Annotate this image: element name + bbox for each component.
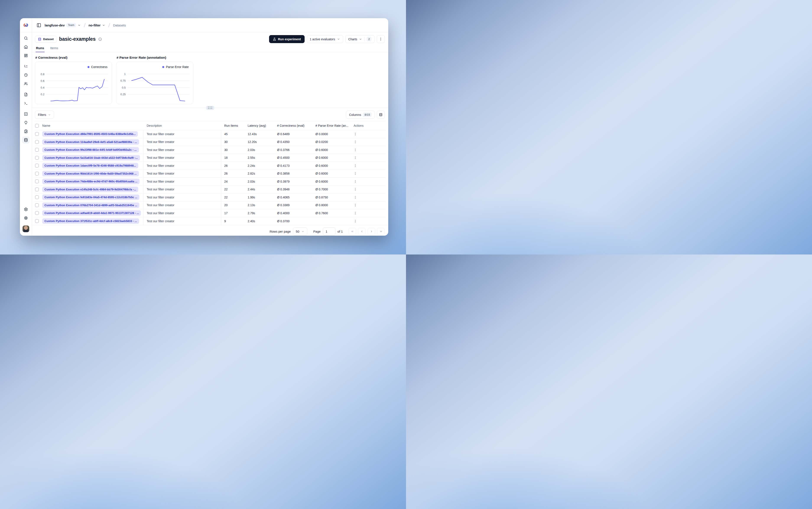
sidebar-item-playground[interactable] — [22, 100, 30, 107]
page-menu-button[interactable] — [377, 35, 385, 43]
user-avatar[interactable] — [23, 226, 29, 232]
row-checkbox[interactable] — [35, 188, 39, 191]
parse-error-line-chart: 0.250.50.751 — [119, 70, 191, 103]
sidebar-item-sessions[interactable] — [22, 71, 30, 79]
run-name-link[interactable]: Custom Python Execution 1daec0f9-5e78-43… — [42, 163, 138, 168]
run-name-link[interactable]: Custom Python Execution adfae619-abb0-4d… — [42, 210, 141, 216]
run-items-value: 24 — [221, 178, 245, 185]
column-header-run-items[interactable]: Run Items — [221, 121, 245, 130]
previous-page-button[interactable] — [358, 228, 366, 235]
row-actions-menu-button[interactable] — [353, 148, 357, 151]
project-switcher-button[interactable] — [102, 24, 105, 27]
resize-drag-handle[interactable] — [206, 106, 214, 110]
row-actions-menu-button[interactable] — [353, 211, 357, 215]
correctness-value: Ø 0.3979 — [274, 178, 312, 185]
tab-runs[interactable]: Runs — [36, 45, 45, 52]
latency-value: 1.99s — [245, 194, 274, 201]
parse-error-rate-value: Ø 0.6000 — [312, 146, 350, 154]
run-name-link[interactable]: Custom Python Execution 114aa9ef-29e6-4e… — [42, 139, 139, 145]
sidebar-item-settings[interactable] — [22, 206, 30, 213]
row-actions-menu-button[interactable] — [353, 164, 357, 167]
svg-text:1: 1 — [124, 73, 126, 76]
sidebar-item-search[interactable] — [22, 35, 30, 42]
row-checkbox[interactable] — [35, 195, 39, 199]
sidebar-toggle-button[interactable] — [35, 22, 42, 29]
row-checkbox[interactable] — [35, 203, 39, 207]
run-name-link[interactable]: Custom Python Execution 74de488e-ec9d-47… — [42, 179, 139, 184]
columns-button[interactable]: Columns 8/15 — [346, 111, 375, 119]
select-all-checkbox[interactable] — [35, 124, 39, 128]
breadcrumb-section[interactable]: Datasets — [113, 23, 126, 27]
row-actions-menu-button[interactable] — [353, 219, 357, 223]
run-name-link[interactable]: Custom Python Execution d66e7991-8595-45… — [42, 131, 138, 137]
langfuse-logo-icon[interactable] — [23, 22, 29, 28]
row-checkbox[interactable] — [35, 132, 39, 136]
run-experiment-label: Run experiment — [278, 37, 301, 41]
sidebar-item-annotation[interactable] — [22, 128, 30, 135]
column-header-description[interactable]: Description — [144, 121, 221, 130]
row-actions-menu-button[interactable] — [353, 180, 357, 183]
sidebar-item-users[interactable] — [22, 80, 30, 87]
gear-icon — [24, 207, 28, 211]
parse-error-rate-value: Ø 0.0200 — [312, 138, 350, 146]
row-checkbox[interactable] — [35, 156, 39, 160]
sidebar-item-insights[interactable] — [22, 119, 30, 126]
sidebar-item-dashboards[interactable] — [22, 52, 30, 59]
run-items-value: 26 — [221, 162, 245, 170]
row-actions-menu-button[interactable] — [353, 132, 357, 136]
tab-items[interactable]: Items — [50, 45, 59, 52]
row-checkbox[interactable] — [35, 164, 39, 167]
row-checkbox[interactable] — [35, 219, 39, 223]
next-page-button[interactable] — [367, 228, 375, 235]
sidebar-item-home[interactable] — [22, 43, 30, 50]
run-name-link[interactable]: Custom Python Execution fe91b83e-04a5-47… — [42, 195, 139, 200]
first-page-button[interactable] — [348, 228, 356, 235]
kebab-menu-icon — [379, 37, 382, 41]
row-actions-menu-button[interactable] — [353, 140, 357, 144]
row-actions-menu-button[interactable] — [353, 203, 357, 207]
run-name-link[interactable]: Custom Python Execution 076b2704-341d-48… — [42, 203, 139, 208]
sidebar-item-tracing[interactable] — [22, 63, 30, 70]
column-header-parse-error-rate[interactable]: # Parse Error Rate (an... — [312, 121, 350, 130]
run-name-link[interactable]: Custom Python Execution 371f531c-abff-4d… — [42, 218, 139, 224]
latency-value: 2.40s — [245, 217, 274, 225]
run-name-link[interactable]: Custom Python Execution e14fa348-5cfc-49… — [42, 187, 138, 192]
row-actions-menu-button[interactable] — [353, 188, 357, 191]
row-checkbox[interactable] — [35, 172, 39, 175]
dataset-info-button[interactable] — [98, 37, 102, 41]
last-page-button[interactable] — [377, 228, 385, 235]
run-items-value: 17 — [221, 209, 245, 217]
column-header-correctness[interactable]: # Correctness (eval) — [274, 121, 312, 130]
run-name-link[interactable]: Custom Python Execution f6bb1614-1f90-40… — [42, 171, 139, 176]
active-evaluators-button[interactable]: 1 active evaluators — [307, 35, 343, 43]
breadcrumb-org[interactable]: langfuse-dev — [45, 23, 65, 27]
run-description: Test our filter creator — [144, 130, 221, 138]
row-actions-menu-button[interactable] — [353, 196, 357, 199]
run-name-link[interactable]: Custom Python Execution 5a15a616-1bab-44… — [42, 155, 140, 161]
column-header-latency[interactable]: Latency (avg) — [245, 121, 274, 130]
row-actions-menu-button[interactable] — [353, 156, 357, 160]
charts-toggle-button[interactable]: Charts 2 — [345, 35, 375, 43]
row-checkbox[interactable] — [35, 179, 39, 183]
org-switcher-button[interactable] — [77, 24, 81, 27]
column-header-name[interactable]: Name — [42, 121, 144, 130]
sidebar-item-evaluation[interactable] — [22, 110, 30, 117]
toolbar-right: Columns 8/15 — [346, 111, 385, 119]
run-name-link[interactable]: Custom Python Execution 9fe23f98-881e-44… — [42, 147, 139, 152]
clock-icon — [24, 73, 28, 77]
breadcrumb-project[interactable]: no-filter — [89, 23, 101, 27]
parse-error-rate-value: Ø 0.8750 — [312, 194, 350, 201]
row-checkbox[interactable] — [35, 211, 39, 215]
row-checkbox[interactable] — [35, 148, 39, 151]
row-actions-menu-button[interactable] — [353, 172, 357, 175]
row-checkbox[interactable] — [35, 140, 39, 144]
run-experiment-button[interactable]: Run experiment — [269, 35, 305, 43]
row-height-button[interactable] — [377, 111, 385, 119]
sidebar-item-support[interactable] — [22, 214, 30, 222]
sidebar-item-datasets[interactable] — [22, 136, 30, 144]
run-description: Test our filter creator — [144, 178, 221, 185]
sidebar-item-prompts[interactable] — [22, 91, 30, 98]
filters-button[interactable]: Filters — [35, 111, 54, 119]
rows-per-page-select[interactable]: 50 — [293, 228, 307, 235]
page-number-input[interactable] — [323, 228, 335, 235]
